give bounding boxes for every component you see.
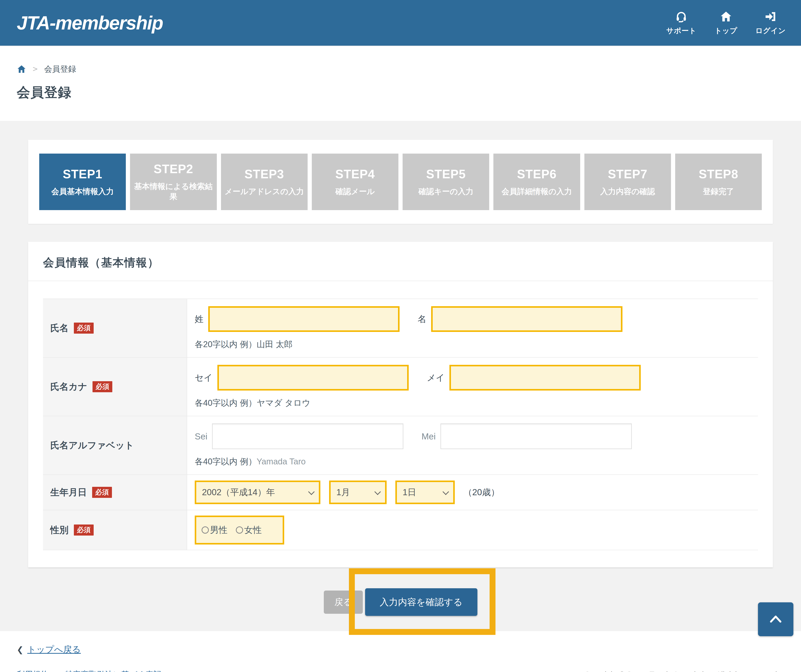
- member-info-form: 氏名 必須 姓 名 各20字以内 例）山田 太郎 氏名カナ: [43, 299, 758, 550]
- step-8: STEP8 登録完了: [675, 154, 762, 210]
- back-chevron-icon: ❮: [17, 645, 23, 654]
- kana-last-sublabel: セイ: [195, 372, 212, 384]
- chevron-down-icon: [375, 489, 381, 495]
- step-2: STEP2 基本情報による検索結果: [130, 154, 217, 210]
- back-button[interactable]: 戻る: [324, 590, 363, 614]
- kana-label: 氏名カナ: [50, 381, 87, 393]
- step-indicator: STEP1 会員基本情報入力 STEP2 基本情報による検索結果 STEP3 メ…: [39, 154, 762, 210]
- nav-top[interactable]: トップ: [714, 10, 737, 35]
- name-helper: 各20字以内 例）山田 太郎: [195, 339, 758, 350]
- name-label: 氏名: [50, 322, 69, 334]
- first-name-sublabel: 名: [418, 313, 426, 325]
- form-actions: 戻る 入力内容を確認する: [28, 588, 773, 616]
- terms-link[interactable]: 利用規約: [17, 669, 49, 672]
- step-1: STEP1 会員基本情報入力: [39, 154, 126, 210]
- row-birthdate: 生年月日 必須 2002（平成14）年 1月 1日 （20: [43, 474, 758, 510]
- app-header: JTA-membership サポート トップ ログイン: [0, 0, 801, 46]
- breadcrumb-current: 会員登録: [44, 64, 76, 74]
- section-divider: [28, 281, 773, 281]
- form-section-title: 会員情報（基本情報）: [43, 255, 758, 270]
- title-section: ＞ 会員登録 会員登録: [0, 46, 801, 121]
- scroll-to-top-button[interactable]: [758, 602, 793, 636]
- birth-day-select[interactable]: 1日: [396, 481, 455, 504]
- nav-login-label: ログイン: [755, 26, 786, 35]
- step-4: STEP4 確認メール: [312, 154, 399, 210]
- last-name-sublabel: 姓: [195, 313, 203, 325]
- gender-male-radio[interactable]: 男性: [201, 524, 227, 536]
- row-gender: 性別 必須 男性 女性: [43, 510, 758, 550]
- app-logo[interactable]: JTA-membership: [17, 13, 163, 32]
- nav-top-label: トップ: [714, 26, 737, 35]
- gender-female-radio[interactable]: 女性: [236, 524, 262, 536]
- step-3: STEP3 メールアドレスの入力: [221, 154, 307, 210]
- kana-last-input[interactable]: [217, 365, 409, 391]
- chevron-up-icon: [767, 610, 785, 629]
- copyright-text: Copyright © Japan Tennis Association, Al…: [584, 670, 779, 672]
- alphabet-first-sublabel: Mei: [421, 431, 436, 442]
- chevron-down-icon: [308, 489, 315, 495]
- radio-circle-icon: [201, 526, 209, 534]
- nav-login[interactable]: ログイン: [755, 10, 786, 35]
- form-card: 会員情報（基本情報） 氏名 必須 姓 名 各20字以内 例）山田 太郎: [28, 242, 773, 568]
- breadcrumb: ＞ 会員登録: [17, 64, 784, 74]
- header-nav: サポート トップ ログイン: [666, 10, 786, 35]
- step-6: STEP6 会員詳細情報の入力: [494, 154, 580, 210]
- radio-circle-icon: [236, 526, 243, 534]
- headset-icon: [675, 10, 688, 23]
- step-5: STEP5 確認キーの入力: [402, 154, 489, 210]
- required-badge: 必須: [74, 524, 94, 535]
- page-title: 会員登録: [17, 84, 784, 101]
- birth-year-select[interactable]: 2002（平成14）年: [195, 481, 320, 504]
- required-badge: 必須: [93, 381, 112, 392]
- kana-first-sublabel: メイ: [427, 372, 445, 384]
- first-name-input[interactable]: [431, 306, 622, 332]
- main-content: STEP1 会員基本情報入力 STEP2 基本情報による検索結果 STEP3 メ…: [0, 121, 801, 631]
- alphabet-helper: 各40字以内 例）Yamada Taro: [195, 456, 758, 467]
- row-name-kana: 氏名カナ 必須 セイ メイ 各40字以内 例）ヤマダ タロウ: [43, 357, 758, 416]
- step-7: STEP7 入力内容の確認: [584, 154, 671, 210]
- gender-label: 性別: [50, 524, 69, 536]
- alphabet-last-sublabel: Sei: [195, 431, 207, 442]
- alphabet-label: 氏名アルファベット: [50, 439, 134, 452]
- birthdate-label: 生年月日: [50, 486, 87, 498]
- login-icon: [764, 10, 777, 23]
- required-badge: 必須: [74, 323, 94, 334]
- last-name-input[interactable]: [208, 306, 400, 332]
- alphabet-last-input[interactable]: [212, 423, 403, 449]
- back-to-top-link[interactable]: トップへ戻る: [27, 644, 81, 656]
- kana-helper: 各40字以内 例）ヤマダ タロウ: [195, 397, 758, 408]
- home-icon: [720, 10, 732, 23]
- chevron-down-icon: [442, 489, 449, 495]
- commerce-law-link[interactable]: 特定商取引法に基づく表記: [65, 669, 161, 672]
- breadcrumb-separator: ＞: [31, 64, 40, 74]
- row-name: 氏名 必須 姓 名 各20字以内 例）山田 太郎: [43, 299, 758, 357]
- kana-first-input[interactable]: [449, 365, 641, 391]
- nav-support-label: サポート: [666, 26, 696, 35]
- row-name-alphabet: 氏名アルファベット Sei Mei 各40字以内 例）Yamada Taro: [43, 416, 758, 474]
- age-suffix: （20歳）: [463, 486, 500, 498]
- footer: ❮ トップへ戻る 利用規約 特定商取引法に基づく表記 Copyright © J…: [0, 631, 801, 672]
- birth-month-select[interactable]: 1月: [329, 481, 387, 504]
- steps-card: STEP1 会員基本情報入力 STEP2 基本情報による検索結果 STEP3 メ…: [28, 140, 773, 224]
- required-badge: 必須: [92, 487, 112, 498]
- nav-support[interactable]: サポート: [666, 10, 696, 35]
- breadcrumb-home-icon[interactable]: [17, 64, 26, 74]
- confirm-button[interactable]: 入力内容を確認する: [365, 588, 478, 616]
- alphabet-first-input[interactable]: [441, 423, 632, 449]
- gender-options-box: 男性 女性: [195, 516, 284, 545]
